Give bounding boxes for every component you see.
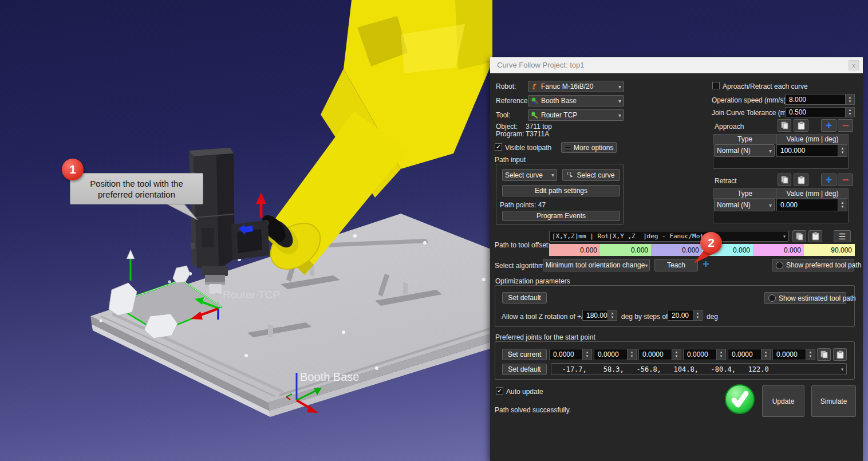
set-current-button[interactable]: Set current xyxy=(502,349,547,360)
select-curve-btn-label: Select curve xyxy=(577,171,614,179)
joints-paste-button[interactable] xyxy=(833,348,847,361)
joint-3-input[interactable]: 0.0000 xyxy=(638,349,681,360)
spinner-arrows-icon[interactable] xyxy=(607,310,617,320)
program-events-button[interactable]: Program Events xyxy=(502,211,620,221)
approach-copy-button[interactable] xyxy=(778,119,791,132)
chevron-down-icon xyxy=(551,172,554,178)
retract-value: 0.000 xyxy=(780,201,798,209)
simulate-button[interactable]: Simulate xyxy=(811,385,856,417)
spinner-arrows-icon[interactable] xyxy=(845,108,854,117)
approach-value-input[interactable]: 100.000 xyxy=(776,144,847,157)
spinner-arrows-icon[interactable] xyxy=(693,310,702,320)
auto-update-checkbox[interactable] xyxy=(496,387,503,395)
spinner-arrows-icon[interactable] xyxy=(806,349,815,360)
operation-speed-value: 8.000 xyxy=(789,96,806,104)
panel-titlebar[interactable]: Curve Follow Project: top1 xyxy=(490,57,863,73)
step-badge-1: 1 xyxy=(62,159,84,180)
chevron-down-icon xyxy=(783,233,786,239)
hamburger-icon: ☰ xyxy=(565,144,572,152)
offset-menu-button[interactable]: ☰ xyxy=(834,230,851,242)
tool-value: Router TCP xyxy=(541,111,577,119)
joints-copy-button[interactable] xyxy=(817,348,831,361)
show-estimated-toolpath-button[interactable]: Show estimated tool path xyxy=(764,292,846,304)
plus-icon: + xyxy=(826,120,833,131)
show-preferred-toolpath-button[interactable]: Show preferred tool path xyxy=(772,259,854,271)
algorithm-dropdown[interactable]: Minimum tool orientation change xyxy=(543,259,650,271)
program-value: T3711A xyxy=(526,130,549,138)
approach-col-value: Value (mm | deg) xyxy=(777,135,848,144)
approach-add-button[interactable]: + xyxy=(821,119,837,132)
approach-col-type: Type xyxy=(713,135,777,144)
offset-paste-button[interactable] xyxy=(808,230,822,242)
teach-add-icon[interactable]: + xyxy=(703,259,709,269)
paste-icon xyxy=(798,121,805,130)
copy-icon xyxy=(796,233,803,241)
reference-dropdown[interactable]: Booth Base xyxy=(528,95,624,107)
select-curve-dropdown[interactable]: Select curve xyxy=(502,169,557,181)
joint-4-input[interactable]: 0.0000 xyxy=(683,349,726,360)
spinner-arrows-icon[interactable] xyxy=(627,349,636,360)
spinner-arrows-icon[interactable] xyxy=(838,199,847,211)
more-options-button[interactable]: ☰ More options xyxy=(561,142,617,153)
joint-5-value: 0.0000 xyxy=(732,350,753,358)
robot-dropdown[interactable]: Fanuc M-16iB/20 xyxy=(528,81,624,92)
retract-remove-button[interactable]: − xyxy=(838,174,853,186)
approach-retract-checkbox[interactable] xyxy=(712,82,720,89)
update-label: Update xyxy=(772,397,795,405)
rotation-value-input[interactable]: 180.00 xyxy=(582,310,617,321)
approach-value: 100.000 xyxy=(780,147,805,155)
offset-y[interactable]: 0.000 xyxy=(600,244,651,256)
retract-copy-button[interactable] xyxy=(778,174,791,186)
approach-type-dropdown[interactable]: Normal (N) xyxy=(714,144,775,157)
offset-label: Path to tool offset: xyxy=(495,241,550,249)
retract-value-input[interactable]: 0.000 xyxy=(776,199,847,211)
retract-paste-button[interactable] xyxy=(794,174,808,186)
copy-icon xyxy=(820,350,828,358)
step-value-input[interactable]: 20.00 xyxy=(668,310,703,321)
retract-type-dropdown[interactable]: Normal (N) xyxy=(714,199,775,211)
offset-format-value: [X,Y,Z]mm | Rot[X,Y ,Z ]deg - Fanuc/Moto… xyxy=(552,233,719,240)
joint-2-input[interactable]: 0.0000 xyxy=(594,349,637,360)
spinner-arrows-icon[interactable] xyxy=(672,349,681,360)
retract-add-button[interactable]: + xyxy=(821,174,837,186)
joint-1-input[interactable]: 0.0000 xyxy=(549,349,592,360)
hamburger-icon: ☰ xyxy=(839,233,846,241)
close-button[interactable]: x xyxy=(849,60,859,70)
update-button[interactable]: Update xyxy=(762,385,804,417)
spinner-arrows-icon[interactable] xyxy=(582,349,591,360)
offset-rz[interactable]: 90.000 xyxy=(804,244,855,256)
select-curve-button[interactable]: Select curve xyxy=(562,169,620,181)
operation-speed-input[interactable]: 8.000 xyxy=(785,94,855,105)
joints-default-dropdown[interactable]: -17.7, 58.3, -56.8, 104.8, -80.4, 122.0 xyxy=(551,363,847,375)
rotation-mid-label: deg by steps of xyxy=(621,313,668,321)
offset-ry[interactable]: 0.000 xyxy=(753,244,804,256)
approach-type-value: Normal (N) xyxy=(717,147,751,155)
visible-toolpath-checkbox[interactable] xyxy=(495,143,502,151)
joint-5-input[interactable]: 0.0000 xyxy=(728,349,771,360)
teach-button[interactable]: Teach xyxy=(654,259,698,271)
object-label: Object: xyxy=(496,123,518,131)
spinner-arrows-icon[interactable] xyxy=(761,349,770,360)
offset-z[interactable]: 0.000 xyxy=(651,244,702,256)
chevron-down-icon xyxy=(769,148,772,154)
join-tolerance-input[interactable]: 0.500 xyxy=(785,107,855,117)
approach-remove-button[interactable]: − xyxy=(838,119,853,132)
approach-paste-button[interactable] xyxy=(794,119,808,132)
edit-path-settings-button[interactable]: Edit path settings xyxy=(502,185,620,196)
joint-6-input[interactable]: 0.0000 xyxy=(772,349,815,360)
joint-4-value: 0.0000 xyxy=(687,350,708,358)
object-value: 3711 top xyxy=(526,123,552,131)
spinner-arrows-icon[interactable] xyxy=(716,349,725,360)
spinner-arrows-icon[interactable] xyxy=(838,145,847,156)
radio-icon xyxy=(776,262,783,269)
offset-format-dropdown[interactable]: [X,Y,Z]mm | Rot[X,Y ,Z ]deg - Fanuc/Moto… xyxy=(549,231,789,242)
tool-dropdown[interactable]: Router TCP xyxy=(528,109,624,121)
joints-set-default-button[interactable]: Set default xyxy=(502,364,547,375)
offset-copy-button[interactable] xyxy=(792,230,806,242)
algorithm-label: Select algorithm: xyxy=(495,262,546,270)
set-current-label: Set current xyxy=(508,350,542,358)
offset-x[interactable]: 0.000 xyxy=(549,244,600,256)
path-points-label: Path points: 47 xyxy=(500,201,546,209)
spinner-arrows-icon[interactable] xyxy=(845,94,854,104)
optimization-set-default-button[interactable]: Set default xyxy=(502,292,547,304)
